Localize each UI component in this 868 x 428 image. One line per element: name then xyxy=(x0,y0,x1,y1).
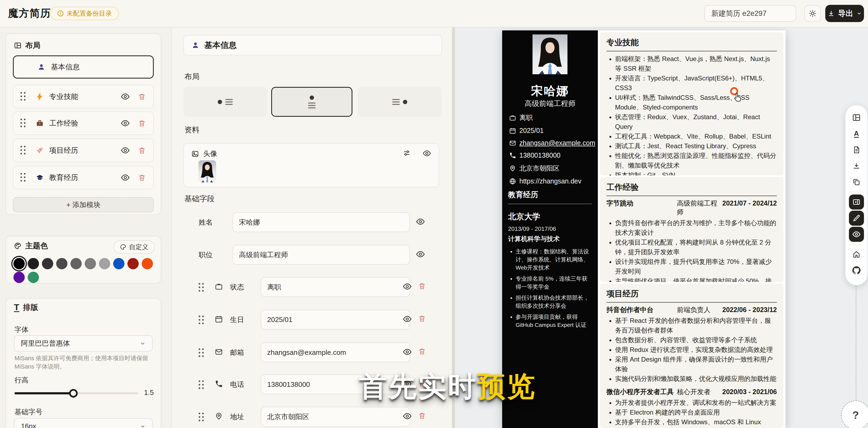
person-icon xyxy=(37,63,45,71)
help-button[interactable]: ? xyxy=(841,400,868,428)
color-swatch[interactable] xyxy=(85,258,96,269)
resume-projects-section: 项目经历 抖音创作者中台 前端负责人 2022/06 - 2023/12 基于 … xyxy=(600,284,783,428)
status-input[interactable]: 离职 xyxy=(261,277,410,297)
avatar-left-icon xyxy=(218,99,233,105)
resume-title-value: 新建简历 e2e297 xyxy=(711,9,767,18)
eye-icon[interactable] xyxy=(120,118,131,129)
work-role: 高级前端工程师 xyxy=(677,199,722,217)
color-swatch[interactable] xyxy=(42,258,53,269)
layout-option-avatar-right[interactable] xyxy=(358,87,442,117)
avatar-image[interactable] xyxy=(198,160,216,182)
eye-icon[interactable] xyxy=(423,149,431,158)
backup-warning-badge[interactable]: 未配置备份目录 xyxy=(50,7,119,20)
eye-icon[interactable] xyxy=(403,314,412,324)
trash-icon[interactable] xyxy=(418,314,426,322)
color-swatch[interactable] xyxy=(56,258,67,269)
trash-icon[interactable] xyxy=(136,172,147,183)
trash-icon[interactable] xyxy=(136,118,147,129)
drag-handle-icon[interactable] xyxy=(199,413,204,422)
contact-email[interactable]: zhangsan@example.com xyxy=(509,139,595,147)
export-button[interactable]: 导出 xyxy=(825,5,864,22)
list-item: 基于 Electron 构建的跨平台桌面应用 xyxy=(615,407,777,417)
download-button[interactable] xyxy=(849,159,864,173)
map-pin-icon xyxy=(509,165,516,172)
copy-button[interactable] xyxy=(849,175,864,190)
typography-panel-title: T 排版 xyxy=(14,303,38,313)
color-swatch[interactable] xyxy=(127,258,139,269)
color-swatch[interactable] xyxy=(113,258,124,269)
theme-toggle-button[interactable] xyxy=(804,5,821,22)
list-item: 支持多平台开发，包括 Windows、macOS 和 Linux xyxy=(615,417,777,427)
eye-icon[interactable] xyxy=(120,91,131,102)
email-input[interactable]: zhangsan@example.com xyxy=(261,342,410,362)
drag-handle-icon[interactable] xyxy=(21,173,26,182)
name-input[interactable]: 宋哈娜 xyxy=(232,212,410,232)
trash-icon[interactable] xyxy=(418,282,426,290)
eye-icon[interactable] xyxy=(416,217,425,226)
sidebar-item-work[interactable]: 工作经验 xyxy=(13,111,154,135)
base-size-select[interactable]: 16px xyxy=(14,418,153,428)
color-swatch[interactable] xyxy=(28,258,39,269)
project-period: 2022/06 - 2023/12 xyxy=(722,306,777,314)
list-item: 主导性能优化项目，使平台首屏加载时间减少 50%，接入 APM 监控系统 xyxy=(615,276,777,282)
list-item: 测试工具：Jest、React Testing Library、Cypress xyxy=(615,141,777,151)
drag-handle-icon[interactable] xyxy=(21,119,26,128)
job-title-input[interactable]: 高级前端工程师 xyxy=(232,245,410,265)
sidebar-item-skills[interactable]: 专业技能 xyxy=(13,85,154,108)
color-swatch[interactable] xyxy=(70,258,82,269)
theme-swatches-row1 xyxy=(13,258,153,269)
eye-icon[interactable] xyxy=(403,347,412,356)
mail-icon xyxy=(215,348,223,356)
typography-panel: T 排版 字体 阿里巴巴普惠体 MiSans 依据其许可免费商用；使用本项目时请… xyxy=(5,298,161,428)
trash-icon[interactable] xyxy=(418,411,426,420)
eye-icon[interactable] xyxy=(403,411,412,421)
typography-button[interactable]: A xyxy=(849,126,864,141)
home-button[interactable] xyxy=(849,247,864,262)
sidebar-item-basic-info[interactable]: 基本信息 xyxy=(13,55,154,79)
eye-icon[interactable] xyxy=(120,145,131,156)
customize-theme-button[interactable]: 自定义 xyxy=(114,240,155,254)
color-swatch[interactable] xyxy=(13,272,25,283)
layout-option-avatar-left[interactable] xyxy=(183,87,267,117)
color-swatch[interactable] xyxy=(142,258,153,269)
eye-icon[interactable] xyxy=(403,282,412,291)
add-module-button[interactable]: + 添加模块 xyxy=(13,197,154,212)
trash-icon[interactable] xyxy=(136,145,147,156)
drag-handle-icon[interactable] xyxy=(199,283,204,292)
resume-title-input[interactable]: 新建简历 e2e297 xyxy=(704,5,796,22)
edit-button[interactable] xyxy=(849,211,864,226)
trash-icon[interactable] xyxy=(136,91,147,102)
sliders-icon[interactable] xyxy=(403,149,411,158)
collapse-panel-button[interactable] xyxy=(849,195,864,209)
github-button[interactable] xyxy=(849,263,864,278)
color-swatch[interactable] xyxy=(13,258,25,269)
eye-icon[interactable] xyxy=(120,172,131,183)
drag-handle-icon[interactable] xyxy=(199,380,204,390)
app-logo: 魔方简历 xyxy=(8,6,51,20)
drag-handle-icon[interactable] xyxy=(199,316,204,325)
eye-icon[interactable] xyxy=(416,250,425,259)
sidebar-item-projects[interactable]: 项目经历 xyxy=(13,139,154,162)
address-input[interactable]: 北京市朝阳区 xyxy=(261,407,410,427)
document-button[interactable] xyxy=(849,142,864,158)
briefcase-icon xyxy=(36,119,44,127)
drag-handle-icon[interactable] xyxy=(21,146,26,155)
preview-eye-button[interactable] xyxy=(849,227,864,242)
trash-icon[interactable] xyxy=(418,347,426,355)
contact-website[interactable]: https://zhangsan.dev xyxy=(509,177,595,185)
text-icon: T xyxy=(14,303,19,312)
color-swatch[interactable] xyxy=(99,258,110,269)
color-swatch[interactable] xyxy=(28,272,39,283)
list-item: 工程化工具：Webpack、Vite、Rollup、Babel、ESLint xyxy=(615,132,777,141)
drag-handle-icon[interactable] xyxy=(21,92,26,101)
drag-handle-icon[interactable] xyxy=(199,348,204,358)
line-height-slider[interactable] xyxy=(14,392,138,394)
layout-panel-button[interactable] xyxy=(849,110,864,125)
sidebar-item-education[interactable]: 教育经历 xyxy=(13,166,154,190)
resume-skills-section: 专业技能 前端框架：熟悉 React、Vue.js，熟悉 Next.js、Nux… xyxy=(600,32,783,175)
font-select[interactable]: 阿里巴巴普惠体 xyxy=(14,335,153,351)
layout-option-avatar-top[interactable] xyxy=(271,87,352,117)
birthday-input[interactable]: 2025/01 xyxy=(261,310,410,330)
education-period: 2013/09 - 2017/06 xyxy=(508,225,592,232)
slider-knob[interactable] xyxy=(69,389,78,398)
